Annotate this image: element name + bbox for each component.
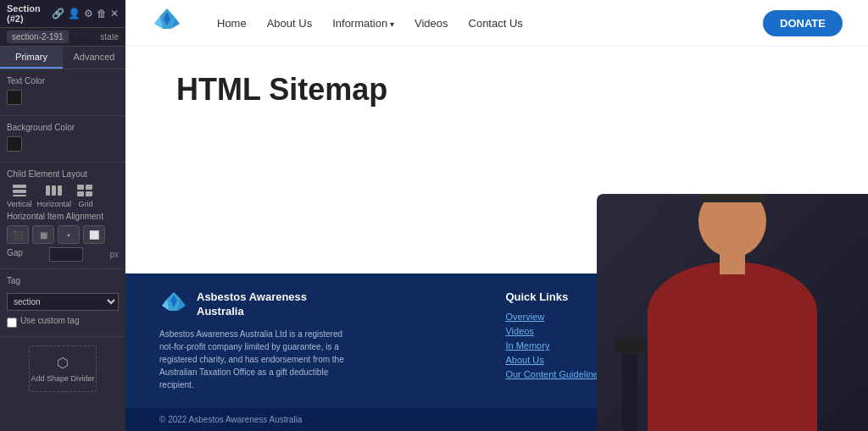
person-overlay bbox=[597, 194, 868, 431]
logo-icon bbox=[151, 7, 183, 39]
text-color-row bbox=[7, 90, 119, 105]
align-stretch-btn[interactable]: ⬜ bbox=[83, 225, 105, 244]
gap-unit: px bbox=[109, 250, 119, 259]
tag-select[interactable]: section div article bbox=[7, 293, 119, 311]
align-icons: ⬛ ▦ ▪ ⬜ bbox=[7, 225, 119, 244]
align-left-btn[interactable]: ⬛ bbox=[7, 225, 29, 244]
custom-tag-label: Use custom tag bbox=[20, 316, 79, 325]
panel-header: Section (#2) 🔗 👤 ⚙ 🗑 ✕ bbox=[0, 0, 125, 28]
breadcrumb-section[interactable]: section-2-191 bbox=[7, 30, 69, 43]
nav-donate-btn[interactable]: DONATE bbox=[763, 10, 843, 36]
bg-color-row bbox=[7, 136, 119, 152]
layout-grid-btn[interactable]: Grid bbox=[76, 183, 95, 208]
nav-videos[interactable]: Videos bbox=[415, 17, 448, 30]
layout-icons: Vertical Horizontal Grid bbox=[7, 183, 119, 208]
panel-tabs: Primary Advanced bbox=[0, 47, 125, 69]
footer-desc: Asbestos Awareness Australia Ltd is a re… bbox=[159, 328, 346, 391]
svg-rect-9 bbox=[86, 191, 92, 196]
svg-rect-1 bbox=[13, 190, 26, 193]
svg-rect-3 bbox=[46, 185, 50, 196]
panel-title: Section (#2) bbox=[7, 3, 52, 24]
child-layout-label: Child Element Layout bbox=[7, 169, 119, 179]
nav-bar: Home About Us Information Videos Contact… bbox=[125, 0, 868, 47]
main-content: Home About Us Information Videos Contact… bbox=[125, 0, 868, 431]
link-icon[interactable]: 🔗 bbox=[52, 8, 64, 19]
footer-org-name: Asbestos AwarenessAustralia bbox=[197, 290, 307, 319]
add-shape-label: Add Shape Divider bbox=[31, 374, 94, 383]
nav-contact[interactable]: Contact Us bbox=[469, 17, 523, 30]
svg-rect-5 bbox=[58, 185, 62, 196]
align-center-btn[interactable]: ▦ bbox=[32, 225, 54, 244]
panel-header-icons: 🔗 👤 ⚙ 🗑 ✕ bbox=[52, 8, 119, 19]
layout-vertical-label: Vertical bbox=[7, 200, 32, 208]
person-silhouette bbox=[597, 194, 868, 431]
bg-color-swatch[interactable] bbox=[7, 136, 22, 152]
text-color-swatch[interactable] bbox=[7, 90, 22, 105]
custom-tag-checkbox[interactable] bbox=[7, 318, 17, 328]
footer-logo-icon bbox=[159, 290, 188, 319]
footer-copyright: © 2022 Asbestos Awareness Australia bbox=[159, 415, 302, 424]
layout-grid-label: Grid bbox=[79, 200, 93, 208]
custom-tag-row: Use custom tag bbox=[7, 316, 119, 329]
svg-rect-0 bbox=[13, 185, 26, 188]
text-color-section: Text Color bbox=[0, 69, 125, 116]
panel-breadcrumb: section-2-191 state bbox=[0, 28, 125, 47]
left-panel: Section (#2) 🔗 👤 ⚙ 🗑 ✕ section-2-191 sta… bbox=[0, 0, 125, 431]
add-shape-btn[interactable]: ⬡ Add Shape Divider bbox=[29, 345, 97, 392]
nav-about[interactable]: About Us bbox=[267, 17, 312, 30]
svg-rect-4 bbox=[52, 185, 56, 196]
website-preview: Home About Us Information Videos Contact… bbox=[125, 0, 868, 431]
nav-information[interactable]: Information bbox=[332, 17, 394, 30]
close-icon[interactable]: ✕ bbox=[110, 8, 119, 19]
tab-advanced[interactable]: Advanced bbox=[63, 47, 125, 69]
svg-rect-7 bbox=[86, 185, 92, 190]
person-icon[interactable]: 👤 bbox=[68, 8, 81, 19]
bg-color-label: Background Color bbox=[7, 123, 119, 132]
footer-logo-row: Asbestos AwarenessAustralia bbox=[159, 290, 471, 319]
svg-rect-2 bbox=[13, 195, 26, 196]
gap-input[interactable] bbox=[49, 247, 83, 262]
bg-color-section: Background Color bbox=[0, 116, 125, 163]
tab-primary[interactable]: Primary bbox=[0, 47, 63, 69]
child-layout-section: Child Element Layout Vertical Horizontal bbox=[0, 163, 125, 269]
tag-section: Tag section div article Use custom tag bbox=[0, 269, 125, 337]
breadcrumb-state: state bbox=[100, 32, 119, 41]
align-label: Horizontal Item Alignment bbox=[7, 212, 119, 221]
layout-horizontal-btn[interactable]: Horizontal bbox=[37, 183, 72, 208]
svg-rect-8 bbox=[77, 191, 84, 196]
page-title: HTML Sitemap bbox=[176, 72, 817, 108]
footer-logo-section: Asbestos AwarenessAustralia Asbestos Awa… bbox=[159, 290, 471, 391]
layout-horizontal-label: Horizontal bbox=[37, 200, 72, 208]
tag-label: Tag bbox=[7, 276, 119, 285]
settings-icon[interactable]: ⚙ bbox=[84, 8, 93, 19]
nav-home[interactable]: Home bbox=[217, 17, 247, 30]
nav-links: Home About Us Information Videos Contact… bbox=[217, 17, 763, 30]
text-color-label: Text Color bbox=[7, 76, 119, 86]
svg-rect-6 bbox=[77, 185, 84, 190]
trash-icon[interactable]: 🗑 bbox=[97, 8, 107, 19]
gap-label: Gap bbox=[7, 248, 23, 257]
nav-logo bbox=[151, 7, 183, 39]
layout-vertical-btn[interactable]: Vertical bbox=[7, 183, 32, 208]
gap-row: Gap px bbox=[7, 247, 119, 262]
align-right-btn[interactable]: ▪ bbox=[58, 225, 80, 244]
